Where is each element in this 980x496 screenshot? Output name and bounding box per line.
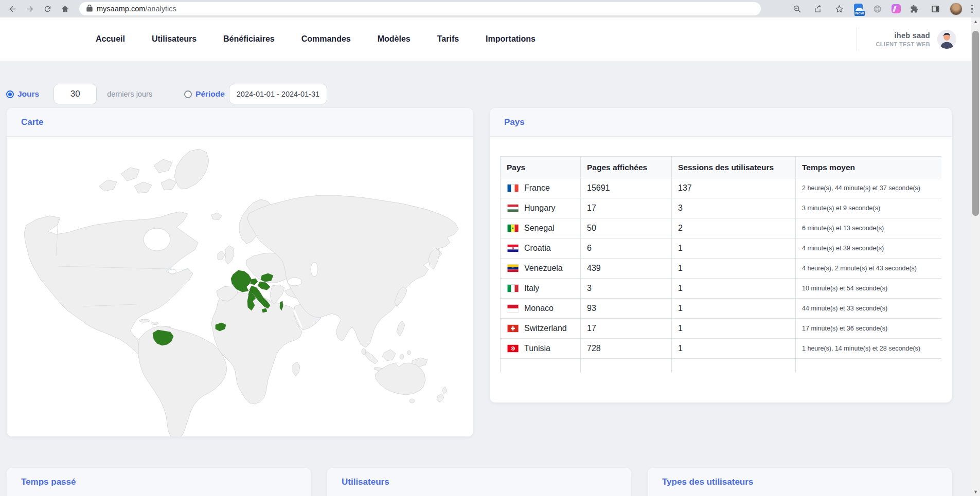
sessions-cell: 1 bbox=[672, 339, 796, 359]
country-cell: Monaco bbox=[501, 299, 581, 319]
days-radio[interactable] bbox=[6, 90, 14, 98]
bookmark-star-icon[interactable] bbox=[832, 2, 847, 16]
map-card-header: Carte bbox=[7, 108, 473, 137]
extension-purple-icon[interactable] bbox=[892, 4, 901, 13]
side-panel-icon[interactable] bbox=[929, 2, 943, 16]
zoom-icon[interactable] bbox=[790, 2, 805, 16]
countries-table-container: PaysPages affichéesSessions des utilisat… bbox=[500, 156, 941, 373]
home-icon[interactable] bbox=[58, 2, 72, 16]
user-menu[interactable]: iheb saad CLIENT TEST WEB bbox=[857, 27, 956, 51]
map-card: Carte bbox=[6, 107, 474, 437]
nav-item-modeles[interactable]: Modèles bbox=[378, 34, 411, 44]
table-row: Hungary1733 minute(s) et 9 seconde(s) bbox=[501, 198, 942, 218]
sessions-cell: 1 bbox=[672, 259, 796, 279]
back-icon[interactable] bbox=[5, 2, 20, 16]
tn-flag-icon bbox=[507, 344, 519, 353]
scrollbar-thumb[interactable] bbox=[972, 31, 979, 216]
nav-item-beneficiaires[interactable]: Bénéficiaires bbox=[223, 34, 275, 44]
countries-table-header-row: PaysPages affichéesSessions des utilisat… bbox=[501, 157, 942, 178]
card-title: Types des utilisateurs bbox=[662, 477, 753, 487]
table-row: Switzerland17117 minute(s) et 36 seconde… bbox=[501, 319, 942, 339]
sessions-cell: 1 bbox=[672, 319, 796, 339]
nav-item-accueil[interactable]: Accueil bbox=[96, 34, 125, 44]
ch-flag-icon bbox=[507, 324, 519, 333]
new-badge: New bbox=[854, 11, 865, 16]
world-map bbox=[7, 137, 473, 437]
card-header: Utilisateurs bbox=[327, 468, 631, 496]
fr-flag-icon bbox=[507, 184, 519, 192]
pages-cell: 3 bbox=[581, 279, 672, 299]
average-time-cell: 44 minute(s) et 33 seconde(s) bbox=[796, 299, 942, 319]
period-range-input[interactable] bbox=[229, 84, 327, 104]
period-radio[interactable] bbox=[184, 90, 192, 98]
days-count-input[interactable] bbox=[54, 84, 97, 104]
card-title: Temps passé bbox=[21, 477, 76, 487]
url-path: /analytics bbox=[145, 5, 176, 13]
average-time-cell: 4 minute(s) et 39 seconde(s) bbox=[796, 238, 942, 259]
scroll-down-arrow[interactable]: ▼ bbox=[971, 488, 980, 496]
sn-flag-icon bbox=[507, 224, 519, 232]
countries-card-header: Pays bbox=[490, 108, 952, 137]
average-time-cell: 3 minute(s) et 9 seconde(s) bbox=[796, 198, 942, 218]
average-time-cell: 1 heure(s), 14 minute(s) et 28 seconde(s… bbox=[796, 339, 942, 359]
table-row: Senegal5026 minute(s) et 13 seconde(s) bbox=[501, 218, 942, 238]
period-radio-label[interactable]: Période bbox=[195, 89, 225, 99]
country-cell: Senegal bbox=[501, 218, 581, 238]
card-title: Utilisateurs bbox=[342, 477, 389, 487]
pages-cell: 728 bbox=[581, 339, 672, 359]
days-suffix-label: derniers jours bbox=[107, 90, 152, 98]
extensions-puzzle-icon[interactable] bbox=[907, 2, 922, 16]
table-row-partial bbox=[501, 359, 942, 373]
bottom-card-types-des-utilisateurs: Types des utilisateurs bbox=[647, 467, 952, 496]
average-time-cell: 4 heure(s), 2 minute(s) et 43 seconde(s) bbox=[796, 259, 942, 279]
lock-icon bbox=[86, 5, 93, 13]
column-header-sessions-des-utilisateurs: Sessions des utilisateurs bbox=[672, 157, 796, 178]
forward-icon[interactable] bbox=[23, 2, 37, 16]
bottom-cards-row: Temps passéUtilisateursTypes des utilisa… bbox=[6, 467, 952, 496]
scroll-up-arrow[interactable]: ▲ bbox=[971, 17, 980, 26]
user-avatar[interactable] bbox=[937, 30, 956, 49]
nav-item-utilisateurs[interactable]: Utilisateurs bbox=[152, 34, 197, 44]
pages-cell: 17 bbox=[581, 198, 672, 218]
browser-profile-avatar[interactable] bbox=[950, 3, 963, 15]
map-country-croatia bbox=[258, 282, 270, 290]
nav-item-importations[interactable]: Importations bbox=[486, 34, 536, 44]
browser-scrollbar: ▲ ▼ bbox=[971, 17, 980, 496]
map-card-title: Carte bbox=[21, 117, 43, 127]
mc-flag-icon bbox=[507, 304, 519, 313]
browser-menu-icon[interactable] bbox=[969, 3, 975, 15]
share-icon[interactable] bbox=[811, 2, 826, 16]
sessions-cell: 137 bbox=[672, 178, 796, 198]
nav-divider bbox=[857, 27, 857, 51]
globe-icon[interactable] bbox=[870, 2, 885, 16]
column-header-pages-affichees: Pages affichées bbox=[581, 157, 672, 178]
it-flag-icon bbox=[507, 284, 519, 292]
url-host: mysaamp.com bbox=[97, 5, 145, 13]
countries-table: PaysPages affichéesSessions des utilisat… bbox=[500, 156, 941, 373]
extension-new-icon[interactable]: New bbox=[853, 4, 864, 14]
table-row: Venezuela43914 heure(s), 2 minute(s) et … bbox=[501, 259, 942, 279]
app-nav: AccueilUtilisateursBénéficiairesCommande… bbox=[0, 17, 980, 61]
table-row: Croatia614 minute(s) et 39 seconde(s) bbox=[501, 238, 942, 259]
bottom-card-utilisateurs: Utilisateurs bbox=[327, 467, 632, 496]
average-time-cell: 10 minute(s) et 54 seconde(s) bbox=[796, 279, 942, 299]
sessions-cell: 1 bbox=[672, 299, 796, 319]
pages-cell: 15691 bbox=[581, 178, 672, 198]
analytics-page: Jours derniers jours Période Carte bbox=[0, 61, 980, 496]
url-bar[interactable]: mysaamp.com/analytics bbox=[79, 2, 761, 15]
nav-item-commandes[interactable]: Commandes bbox=[301, 34, 351, 44]
card-header: Temps passé bbox=[7, 468, 311, 496]
nav-links: AccueilUtilisateursBénéficiairesCommande… bbox=[96, 34, 536, 44]
country-cell: Croatia bbox=[501, 238, 581, 259]
days-radio-label[interactable]: Jours bbox=[17, 89, 39, 99]
country-cell: Switzerland bbox=[501, 319, 581, 339]
nav-item-tarifs[interactable]: Tarifs bbox=[437, 34, 459, 44]
country-cell: Hungary bbox=[501, 198, 581, 218]
date-filters: Jours derniers jours Période bbox=[6, 82, 952, 106]
pages-cell: 17 bbox=[581, 319, 672, 339]
reload-icon[interactable] bbox=[40, 2, 55, 16]
table-row: Monaco93144 minute(s) et 33 seconde(s) bbox=[501, 299, 942, 319]
card-header: Types des utilisateurs bbox=[648, 468, 952, 496]
country-cell: France bbox=[501, 178, 581, 198]
sessions-cell: 3 bbox=[672, 198, 796, 218]
